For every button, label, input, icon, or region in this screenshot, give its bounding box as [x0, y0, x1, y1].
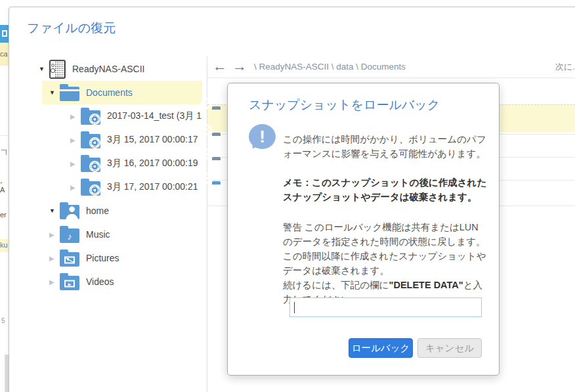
breadcrumb: \ ReadyNAS-ASCII \ data \ Documents: [254, 62, 406, 72]
caret-right-icon[interactable]: ▶: [49, 231, 60, 238]
background-fragment-shape: [1, 150, 7, 155]
background-fragment-icon: [2, 30, 7, 37]
tree-item-snapshot-2[interactable]: ▶ 3月 15, 2017 00:00:17: [28, 128, 202, 152]
tree-item-documents[interactable]: ▼ Documents: [42, 81, 202, 104]
pictures-folder-icon: [60, 252, 79, 267]
snapshot-folder-icon: [81, 134, 100, 148]
background-fragment-text: ku: [0, 241, 8, 249]
background-fragment-blue: [0, 25, 9, 43]
caret-down-icon[interactable]: ▼: [49, 207, 60, 214]
music-folder-icon: ♪: [60, 229, 79, 243]
tree-item-snapshot-4[interactable]: ▶ 3月 17, 2017 00:00:21: [28, 175, 202, 199]
background-divider: [0, 135, 9, 136]
camera-icon: [89, 114, 100, 125]
music-note-glyph: ♪: [60, 229, 79, 243]
nas-device-icon: [49, 60, 66, 79]
snapshot-folder-icon: [81, 181, 100, 196]
rollback-dialog: スナップショットをロールバック ! この操作には時間がかかり、ボリュームのパフォ…: [227, 83, 500, 376]
warning-bubble-icon: !: [249, 124, 276, 149]
caret-right-icon[interactable]: ▶: [70, 184, 81, 191]
next-button[interactable]: 次に...: [555, 61, 575, 73]
page: ca - A er ku 5 ファイルの復元 ▼ ReadyNAS-ASCII …: [0, 0, 575, 392]
camera-icon: [89, 185, 100, 196]
camera-icon: [201, 173, 212, 184]
text-cursor: [294, 302, 295, 313]
dialog-intro-text: この操作には時間がかかり、ボリュームのパフォーマンスに影響を与える可能性がありま…: [283, 132, 488, 161]
dialog-title: スナップショットをロールバック: [249, 97, 440, 114]
tree-item-snapshot-1[interactable]: ▶ 2017-03-14_test (3月 1: [28, 104, 202, 128]
play-glyph: ▶: [64, 280, 75, 287]
background-fragment-highlight: ku: [0, 239, 9, 252]
rollback-button[interactable]: ロールバック: [349, 338, 413, 358]
camera-icon: [89, 137, 100, 148]
share-tree: ▼ ReadyNAS-ASCII ▼ Documents ▶ 2017-03-1…: [28, 57, 202, 294]
dialog-warning-text: 警告 このロールバック機能は共有またはLUNのデータを指定された時間の状態に戻し…: [283, 220, 488, 278]
page-title: ファイルの復元: [27, 20, 116, 37]
play-triangle: ▶: [68, 281, 72, 286]
breadcrumb-bar: ← → \ ReadyNAS-ASCII \ data \ Documents …: [207, 56, 575, 78]
caret-right-icon[interactable]: ▶: [70, 160, 81, 167]
caret-right-icon[interactable]: ▶: [49, 255, 60, 262]
tree-item-videos[interactable]: ▶ ▶ Videos: [28, 270, 202, 294]
videos-folder-icon: ▶: [60, 276, 79, 290]
delete-data-input[interactable]: [290, 298, 481, 316]
back-arrow-icon[interactable]: ←: [213, 56, 227, 76]
background-fragment-text: - A: [0, 178, 9, 194]
background-fragment-text: ca: [0, 50, 8, 58]
forward-arrow-icon[interactable]: →: [232, 56, 247, 76]
tree-item-snapshot-3[interactable]: ▶ 3月 16, 2017 00:00:19: [28, 152, 202, 175]
instruction-code: "DELETE DATA": [389, 280, 463, 290]
background-fragment-text: 5: [1, 317, 9, 324]
camera-icon: [201, 124, 212, 135]
cancel-button[interactable]: キャンセル: [417, 338, 482, 358]
person-glyph: [60, 205, 79, 219]
background-fragment-highlight: ca: [0, 43, 9, 66]
caret-right-icon[interactable]: ▶: [70, 113, 81, 120]
home-folder-icon: [60, 205, 79, 219]
caret-down-icon[interactable]: ▼: [39, 66, 49, 72]
camera-icon: [89, 161, 100, 172]
instruction-prefix: 続けるには、下記の欄に: [283, 280, 389, 290]
tree-item-music[interactable]: ▶ ♪ Music: [28, 223, 202, 246]
dialog-note-text: メモ：このスナップショットの後に作成されたスナップショットやデータは破棄されます…: [283, 175, 488, 204]
documents-folder-icon: [60, 87, 79, 101]
picture-glyph: [64, 256, 75, 263]
caret-right-icon[interactable]: ▶: [70, 137, 81, 144]
camera-icon: [201, 148, 212, 160]
tree-item-pictures[interactable]: ▶ Pictures: [28, 246, 202, 270]
camera-icon: [201, 98, 212, 109]
snapshot-folder-icon: [81, 158, 100, 172]
folder-stripe: [60, 89, 79, 91]
tree-item-readynas[interactable]: ▼ ReadyNAS-ASCII: [28, 57, 202, 81]
exclamation-glyph: !: [249, 124, 276, 149]
dialog-body: この操作には時間がかかり、ボリュームのパフォーマンスに影響を与える可能性がありま…: [283, 124, 488, 307]
snapshot-folder-icon: [81, 110, 100, 125]
caret-right-icon[interactable]: ▶: [49, 278, 60, 286]
confirm-input-wrap: [289, 297, 482, 317]
tree-item-home[interactable]: ▼ home: [28, 199, 202, 223]
background-fragment-text: er: [0, 211, 9, 219]
caret-down-icon[interactable]: ▼: [49, 89, 60, 96]
